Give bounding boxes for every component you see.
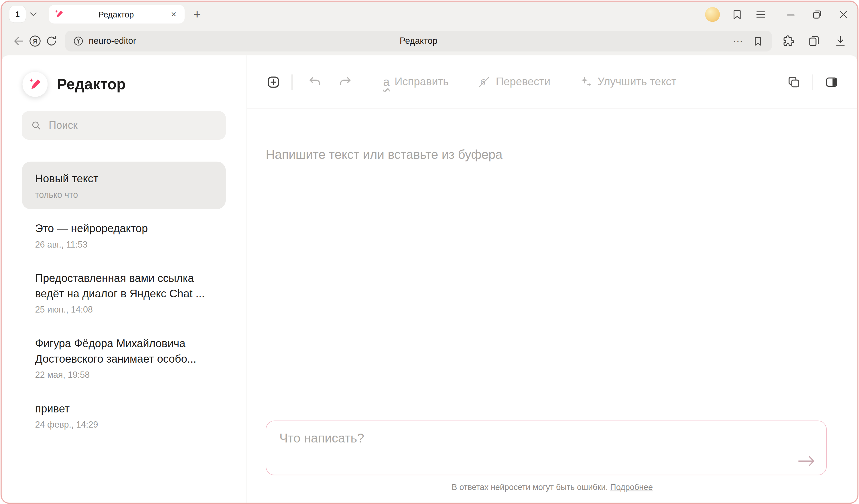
page-content: Редактор Новый текст только что Это — не…: [2, 55, 858, 502]
minimize-button[interactable]: [784, 8, 797, 21]
copy-icon: [786, 75, 801, 89]
doc-timestamp: 22 мая, 19:58: [35, 370, 212, 380]
collections-button[interactable]: [806, 33, 822, 49]
browser-tab[interactable]: Редактор ×: [49, 5, 184, 24]
doc-list-item[interactable]: привет 24 февр., 14:29: [22, 392, 226, 439]
undo-button[interactable]: [307, 74, 322, 89]
back-button[interactable]: [10, 33, 27, 49]
tab-counter[interactable]: 1: [10, 6, 26, 22]
doc-list-item[interactable]: Это — нейроредактор 26 авг., 11:53: [22, 212, 226, 259]
site-favicon-icon: [73, 35, 84, 46]
maximize-button[interactable]: [810, 8, 824, 21]
redo-icon: [338, 75, 352, 89]
collections-icon: [808, 35, 820, 48]
toolbar-right-tools: [780, 33, 849, 49]
reload-button[interactable]: [43, 33, 60, 49]
doc-timestamp: 25 июн., 14:08: [35, 305, 212, 315]
doc-timestamp: только что: [35, 190, 212, 200]
reload-icon: [45, 35, 58, 48]
translate-icon: б: [477, 75, 491, 89]
translate-button[interactable]: б Перевести: [477, 75, 551, 89]
search-input[interactable]: [47, 119, 217, 132]
page-title: Редактор: [65, 36, 772, 46]
more-actions-button[interactable]: ⋯: [733, 36, 743, 46]
document-list: Новый текст только что Это — нейроредакт…: [2, 162, 246, 441]
plus-square-icon: [266, 75, 280, 89]
address-bar[interactable]: neuro-editor Редактор ⋯: [65, 31, 772, 51]
svg-text:Я: Я: [33, 38, 37, 45]
side-panel-icon: [824, 75, 839, 89]
hamburger-menu-icon: [755, 9, 766, 20]
download-icon: [834, 35, 847, 48]
browser-menu-button[interactable]: [754, 8, 767, 21]
doc-timestamp: 24 февр., 14:29: [35, 420, 212, 430]
chrome-right-controls: [705, 7, 849, 22]
translate-label: Перевести: [496, 76, 551, 88]
restore-window-icon: [811, 9, 823, 20]
sparkles-icon: [579, 75, 593, 89]
editor-toolbar: а Исправить б Перевести Улучшить текс: [247, 55, 857, 109]
app-logo: [22, 72, 47, 97]
arrow-right-icon: [797, 454, 816, 467]
app-title: Редактор: [57, 76, 126, 93]
yandex-logo-icon: Я: [28, 35, 42, 48]
browser-window: 1 Редактор × +: [1, 1, 858, 503]
prompt-input[interactable]: [266, 421, 826, 474]
new-tab-button[interactable]: +: [191, 8, 203, 20]
downloads-button[interactable]: [832, 33, 848, 49]
spellcheck-icon: а: [383, 76, 389, 88]
bookmark-page-button[interactable]: [751, 35, 764, 48]
copy-text-button[interactable]: [786, 74, 801, 89]
tab-close-icon[interactable]: ×: [168, 10, 179, 19]
bookmark-flag-icon: [752, 35, 763, 47]
redo-button[interactable]: [338, 74, 353, 89]
close-window-button[interactable]: [837, 8, 850, 21]
doc-title: Новый текст: [35, 171, 212, 186]
tabs-dropdown-button[interactable]: [27, 6, 40, 22]
fix-text-button[interactable]: а Исправить: [383, 76, 449, 88]
tab-strip: 1 Редактор × +: [2, 2, 858, 27]
doc-title: привет: [35, 401, 212, 416]
prompt-input-card: [266, 420, 827, 475]
toolbar-divider: [812, 74, 813, 90]
chevron-down-icon: [30, 12, 37, 16]
tab-title: Редактор: [64, 10, 168, 19]
doc-list-item[interactable]: Фигура Фёдора Михайловича Достоевского з…: [22, 326, 226, 389]
disclaimer-more-link[interactable]: Подробнее: [610, 482, 653, 492]
extensions-button[interactable]: [780, 33, 796, 49]
editor-placeholder: Напишите текст или вставьте из буфера: [266, 148, 502, 162]
send-prompt-button[interactable]: [796, 453, 817, 469]
ai-disclaimer: В ответах нейросети могут быть ошибки. П…: [247, 475, 857, 503]
documents-sidebar: Редактор Новый текст только что Это — не…: [2, 55, 247, 502]
bookmarks-panel-button[interactable]: [730, 8, 743, 21]
undo-icon: [308, 75, 322, 89]
fix-text-label: Исправить: [395, 76, 449, 88]
disclaimer-text: В ответах нейросети могут быть ошибки.: [452, 482, 608, 492]
search-icon: [31, 120, 42, 131]
app-logo-row: Редактор: [22, 72, 246, 97]
profile-avatar[interactable]: [705, 7, 720, 22]
new-document-button[interactable]: [266, 74, 281, 89]
improve-text-label: Улучшить текст: [598, 76, 677, 88]
search-box[interactable]: [22, 111, 226, 139]
close-icon: [837, 9, 849, 20]
toolbar-divider: [291, 74, 292, 90]
improve-text-button[interactable]: Улучшить текст: [579, 75, 677, 89]
puzzle-icon: [781, 35, 794, 48]
address-bar-actions: ⋯: [733, 35, 764, 48]
doc-title: Предоставленная вами ссылка ведёт на диа…: [35, 271, 212, 301]
browser-toolbar: Я neuro-editor Редактор ⋯: [2, 27, 858, 55]
url-text[interactable]: neuro-editor: [89, 36, 136, 46]
toggle-side-panel-button[interactable]: [824, 74, 839, 89]
doc-title: Фигура Фёдора Михайловича Достоевского з…: [35, 336, 212, 366]
minimize-icon: [785, 9, 796, 20]
back-arrow-icon: [12, 35, 25, 48]
editor-pane: а Исправить б Перевести Улучшить текс: [247, 55, 857, 502]
yandex-home-button[interactable]: Я: [27, 33, 43, 49]
doc-list-item[interactable]: Предоставленная вами ссылка ведёт на диа…: [22, 261, 226, 324]
doc-list-item[interactable]: Новый текст только что: [22, 162, 226, 209]
editor-text-area[interactable]: Напишите текст или вставьте из буфера: [247, 109, 857, 421]
tab-favicon-pen-icon: [54, 10, 64, 19]
bookmark-panel-icon: [731, 9, 742, 20]
doc-title: Это — нейроредактор: [35, 221, 212, 236]
